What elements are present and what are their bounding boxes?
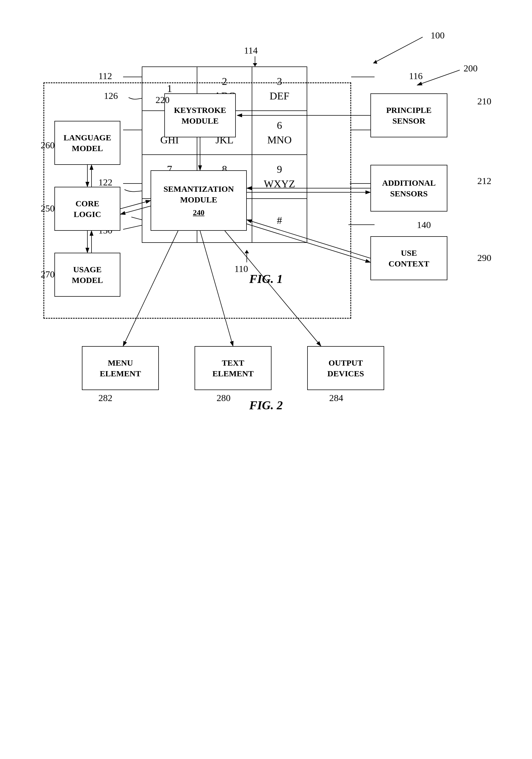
language-model-box: LANGUAGEMODEL xyxy=(55,121,120,165)
usage-model-box: USAGEMODEL xyxy=(55,253,120,297)
svg-line-17 xyxy=(417,70,460,85)
additional-sensors-box: ADDITIONALSENSORS xyxy=(370,165,447,212)
language-model-label: LANGUAGEMODEL xyxy=(63,132,111,154)
use-context-label: USECONTEXT xyxy=(389,248,429,269)
menu-element-box: MENUELEMENT xyxy=(82,346,159,390)
ref-290: 290 xyxy=(477,253,491,263)
ref-220: 220 xyxy=(155,95,170,105)
ref-240-label: 240 xyxy=(193,208,204,218)
ref-270: 270 xyxy=(41,269,55,280)
text-element-label: TEXTELEMENT xyxy=(212,357,254,379)
core-logic-label: CORELOGIC xyxy=(74,198,101,220)
ref-100: 100 xyxy=(430,30,445,41)
principle-sensor-box: PRINCIPLESENSOR xyxy=(370,94,447,137)
ref-114: 114 xyxy=(244,45,258,56)
ref-200: 200 xyxy=(464,63,477,74)
output-devices-label: OUTPUTDEVICES xyxy=(327,357,364,379)
output-devices-box: OUTPUTDEVICES xyxy=(307,346,384,390)
core-logic-box: CORELOGIC xyxy=(55,187,120,231)
ref-212: 212 xyxy=(477,176,491,186)
additional-sensors-label: ADDITIONALSENSORS xyxy=(382,178,435,199)
use-context-box: USECONTEXT xyxy=(370,236,447,280)
ref-250: 250 xyxy=(41,203,55,214)
menu-element-label: MENUELEMENT xyxy=(100,357,141,379)
svg-line-0 xyxy=(373,37,423,63)
usage-model-label: USAGEMODEL xyxy=(72,264,103,285)
fig2-container: 200 LANGUAGEMODEL 260 CORELOGIC 250 USAG… xyxy=(22,60,510,407)
keystroke-module-box: KEYSTROKEMODULE xyxy=(164,94,236,137)
text-element-box: TEXTELEMENT xyxy=(194,346,271,390)
semantization-module-label: SEMANTIZATIONMODULE xyxy=(164,183,234,205)
keystroke-module-label: KEYSTROKEMODULE xyxy=(174,105,226,126)
ref-210: 210 xyxy=(477,96,491,106)
principle-sensor-label: PRINCIPLESENSOR xyxy=(386,105,431,126)
ref-260: 260 xyxy=(41,140,55,150)
fig2-caption: FIG. 2 xyxy=(249,399,283,412)
semantization-module-box: SEMANTIZATIONMODULE 240 xyxy=(150,170,247,231)
page: 100 114 112 116 126 124 118 122 120 128 xyxy=(0,0,532,759)
